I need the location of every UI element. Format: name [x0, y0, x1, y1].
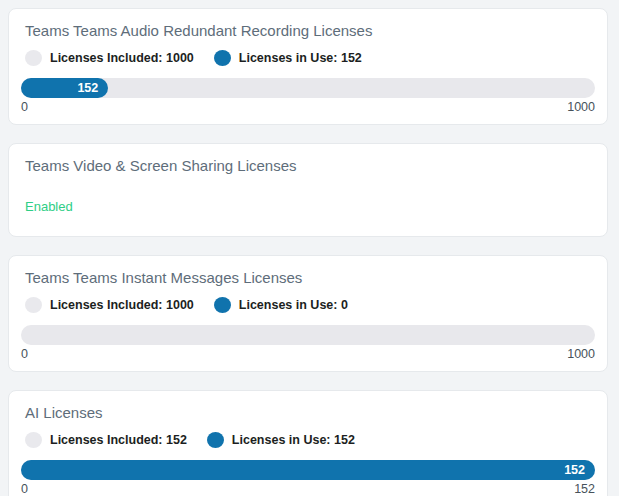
licenses-included-dot-icon	[25, 50, 42, 66]
licenses-included-dot-icon	[25, 297, 42, 313]
scale-min-label: 0	[21, 100, 28, 114]
status-enabled: Enabled	[25, 199, 591, 228]
scale-max-label: 1000	[567, 347, 595, 361]
legend-label-included: Licenses Included: 1000	[50, 51, 194, 65]
legend-label-in-use: Licenses in Use: 152	[239, 51, 362, 65]
legend-label-included: Licenses Included: 152	[50, 433, 187, 447]
licenses-in-use-dot-icon	[207, 432, 224, 448]
licenses-dashboard: Teams Teams Audio Redundant Recording Li…	[0, 0, 619, 496]
legend-item-licenses-in-use[interactable]: Licenses in Use: 0	[214, 297, 348, 313]
usage-bar-track	[21, 325, 595, 345]
licenses-in-use-dot-icon	[214, 50, 231, 66]
usage-bar-scale: 0 1000	[21, 100, 595, 116]
legend-label-included: Licenses Included: 1000	[50, 298, 194, 312]
legend: Licenses Included: 1000 Licenses in Use:…	[25, 50, 591, 66]
scale-min-label: 0	[21, 482, 28, 496]
card-title: Teams Teams Instant Messages Licenses	[25, 269, 591, 287]
legend-label-in-use: Licenses in Use: 0	[239, 298, 348, 312]
usage-bar-track: 152	[21, 460, 595, 480]
legend: Licenses Included: 1000 Licenses in Use:…	[25, 297, 591, 313]
usage-bar-value: 152	[77, 81, 98, 95]
legend-item-licenses-included[interactable]: Licenses Included: 152	[25, 432, 187, 448]
scale-max-label: 1000	[567, 100, 595, 114]
legend-label-in-use: Licenses in Use: 152	[232, 433, 355, 447]
usage-bar-fill: 152	[21, 460, 595, 480]
licenses-included-dot-icon	[25, 432, 42, 448]
legend-item-licenses-in-use[interactable]: Licenses in Use: 152	[214, 50, 362, 66]
card-title: AI Licenses	[25, 404, 591, 422]
legend-item-licenses-included[interactable]: Licenses Included: 1000	[25, 297, 194, 313]
card-ai-licenses: AI Licenses Licenses Included: 152 Licen…	[8, 390, 608, 496]
card-teams-video-screen-sharing-licenses: Teams Video & Screen Sharing Licenses En…	[8, 143, 608, 237]
card-teams-audio-redundant-recording-licenses: Teams Teams Audio Redundant Recording Li…	[8, 8, 608, 125]
usage-bar-value: 152	[564, 463, 585, 477]
legend-item-licenses-in-use[interactable]: Licenses in Use: 152	[207, 432, 355, 448]
licenses-in-use-dot-icon	[214, 297, 231, 313]
card-teams-instant-messages-licenses: Teams Teams Instant Messages Licenses Li…	[8, 255, 608, 372]
usage-bar-track: 152	[21, 78, 595, 98]
scale-min-label: 0	[21, 347, 28, 361]
legend-item-licenses-included[interactable]: Licenses Included: 1000	[25, 50, 194, 66]
card-title: Teams Teams Audio Redundant Recording Li…	[25, 22, 591, 40]
usage-bar-scale: 0 1000	[21, 347, 595, 363]
usage-bar-scale: 0 152	[21, 482, 595, 496]
usage-bar-fill: 152	[21, 78, 108, 98]
card-title: Teams Video & Screen Sharing Licenses	[25, 157, 591, 175]
legend: Licenses Included: 152 Licenses in Use: …	[25, 432, 591, 448]
scale-max-label: 152	[574, 482, 595, 496]
